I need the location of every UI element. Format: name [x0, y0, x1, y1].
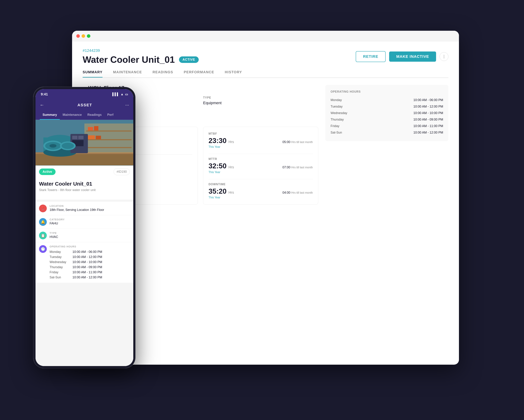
downtime-metric: DOWNTIME 35:20 Hrs This Year 04:00 Hrs t…	[209, 183, 313, 199]
phone-time-friday: 10:00 AM - 11:00 PM	[72, 270, 102, 274]
svg-rect-15	[72, 136, 78, 139]
location-label: LOCATION	[50, 205, 104, 207]
tab-maintenance[interactable]: MAINTENANCE	[113, 70, 142, 77]
svg-rect-10	[96, 136, 101, 139]
metric-divider-2	[209, 179, 313, 179]
phone-time-thursday: 10:00 AM - 09:00 PM	[72, 265, 102, 269]
maximize-button[interactable]	[87, 34, 90, 38]
mtbf-period: This Year	[209, 145, 234, 148]
type-value: Equipment	[203, 101, 222, 105]
phone-type-label: TYPE	[50, 231, 58, 234]
phone-content: Active #ID190 Water Cooler Unit_01 Stark…	[35, 120, 133, 366]
svg-rect-8	[94, 126, 98, 131]
hours-monday: Monday 10:00 AM - 06:00 PM	[331, 97, 443, 103]
mttr-period: This Year	[209, 171, 234, 174]
back-button[interactable]: ←	[40, 102, 44, 108]
phone-tab-maintenance[interactable]: Maintenance	[60, 111, 85, 120]
location-content: LOCATION 18th Floor, Serving Location 19…	[50, 205, 104, 212]
svg-rect-4	[86, 131, 131, 132]
mtbf-value: 23:30 Hrs	[209, 137, 234, 145]
phone-nav-bar: ← ASSET ···	[35, 99, 133, 111]
type-icon: 📋	[39, 231, 47, 239]
phone-asset-info: Water Cooler Unit_01 Stark Towers - 8th …	[35, 178, 133, 200]
phone-hours-label: OPERATING HOURS	[50, 245, 102, 248]
phone-detail-rows: 📍 LOCATION 18th Floor, Serving Location …	[35, 202, 133, 283]
phone-day-monday: Monday	[50, 250, 72, 254]
asset-id: #1244239	[83, 48, 199, 53]
make-inactive-button[interactable]: MAKE INACTIVE	[389, 51, 436, 62]
svg-rect-16	[78, 136, 84, 139]
right-panel: OPERATING HOURS Monday 10:00 AM - 06:00 …	[325, 85, 448, 205]
phone-hours-sat-sun: Sat-Sun 10:00 AM - 12:00 PM	[50, 275, 102, 280]
time-wednesday: 10:00 AM - 10:00 PM	[413, 111, 443, 115]
tab-summary[interactable]: SUMMARY	[83, 70, 103, 77]
hours-wednesday: Wednesday 10:00 AM - 10:00 PM	[331, 110, 443, 116]
phone-day-tuesday: Tuesday	[50, 255, 72, 259]
active-status-badge: ACTIVE	[179, 56, 199, 63]
svg-rect-9	[88, 135, 95, 139]
close-button[interactable]	[76, 34, 80, 38]
operating-hours-section: OPERATING HOURS Monday 10:00 AM - 06:00 …	[325, 85, 448, 141]
mttr-row: 32:50 Hrs This Year 07:00 Hrs till last …	[209, 162, 313, 174]
time-monday: 10:00 AM - 06:00 PM	[413, 98, 443, 102]
operating-hours-row: 🕐 OPERATING HOURS Monday 10:00 AM - 06:0…	[35, 242, 133, 283]
svg-rect-5	[86, 139, 131, 140]
type-detail: TYPE Equipment	[203, 96, 318, 105]
phone-tab-summary[interactable]: Summary	[40, 111, 60, 120]
phone-asset-image	[35, 120, 133, 165]
more-options-button[interactable]: ⋮	[440, 52, 448, 61]
time-sat-sun: 10:00 AM - 12:00 PM	[413, 131, 443, 134]
hours-saturday-sunday: Sat-Sun 10:00 AM - 12:00 PM	[331, 129, 443, 136]
category-row: 🔔 CATEGORY FAHU	[35, 215, 133, 229]
phone-time-wednesday: 10:00 AM - 10:00 PM	[72, 260, 102, 264]
mtbf-metric: MTBF 23:30 Hrs This Year 05:00 Hrs till …	[209, 132, 313, 148]
day-sat-sun: Sat-Sun	[331, 131, 355, 134]
signal-icon: ▌▌▌	[112, 93, 119, 96]
phone-asset-name: Water Cooler Unit_01	[39, 181, 130, 187]
phone-inner: 9:41 ▌▌▌ ▲ ▭ ← ASSET ··· Summary Mainten…	[35, 89, 133, 366]
phone-more-button[interactable]: ···	[125, 102, 129, 108]
battery-icon: ▭	[125, 93, 128, 96]
retire-button[interactable]: RETIRE	[356, 51, 386, 62]
tab-history[interactable]: HISTORY	[225, 70, 242, 77]
downtime-value: 35:20 Hrs	[209, 187, 234, 195]
phone-day-thursday: Thursday	[50, 265, 72, 269]
downtime-row: 35:20 Hrs This Year 04:00 Hrs till last …	[209, 187, 313, 199]
mtbf-row: 23:30 Hrs This Year 05:00 Hrs till last …	[209, 137, 313, 148]
phone-id-badge: #ID190	[114, 168, 130, 175]
hours-thursday: Thursday 10:00 AM - 09:00 PM	[331, 116, 443, 123]
day-wednesday: Wednesday	[331, 111, 355, 115]
titlebar	[72, 31, 459, 41]
phone-time: 9:41	[41, 92, 48, 96]
phone-tab-readings[interactable]: Readings	[85, 111, 105, 120]
phone-hours-wednesday: Wednesday 10:00 AM - 10:00 PM	[50, 260, 102, 265]
phone-day-friday: Friday	[50, 270, 72, 274]
time-tuesday: 10:00 AM - 12:00 PM	[413, 105, 443, 108]
time-thursday: 10:00 AM - 09:00 PM	[413, 118, 443, 121]
location-row: 📍 LOCATION 18th Floor, Serving Location …	[35, 202, 133, 215]
minimize-button[interactable]	[82, 34, 85, 38]
phone-status-bar: 9:41 ▌▌▌ ▲ ▭	[35, 89, 133, 99]
header-actions: RETIRE MAKE INACTIVE ⋮	[356, 51, 448, 62]
tab-readings[interactable]: READINGS	[152, 70, 173, 77]
downtime-period: This Year	[209, 196, 234, 199]
phone-time-monday: 10:00 AM - 06:00 PM	[72, 250, 102, 254]
asset-status-row: Active #ID190	[35, 165, 133, 178]
mtbf-label: MTBF	[209, 132, 313, 135]
phone-category-label: CATEGORY	[50, 218, 65, 221]
svg-rect-7	[88, 127, 93, 131]
hours-tuesday: Tuesday 10:00 AM - 12:00 PM	[331, 103, 443, 110]
downtime-label: DOWNTIME	[209, 183, 313, 186]
phone-tab-performance[interactable]: Perf	[105, 111, 116, 120]
phone-time-tuesday: 10:00 AM - 12:00 PM	[72, 255, 102, 259]
phone-hours-monday: Monday 10:00 AM - 06:00 PM	[50, 249, 102, 255]
asset-header: #1244239 Water Cooler Unit_01 ACTIVE RET…	[83, 48, 448, 65]
metrics-card: MTBF 23:30 Hrs This Year 05:00 Hrs till …	[203, 127, 318, 205]
type-row: 📋 TYPE HVAC	[35, 229, 133, 242]
phone-hours-thursday: Thursday 10:00 AM - 09:00 PM	[50, 265, 102, 270]
operating-hours-label: OPERATING HOURS	[331, 90, 443, 93]
tab-performance[interactable]: PERFORMANCE	[184, 70, 214, 77]
downtime-secondary: 04:00 Hrs till last month	[282, 191, 313, 195]
day-monday: Monday	[331, 98, 355, 102]
traffic-lights	[76, 34, 90, 38]
